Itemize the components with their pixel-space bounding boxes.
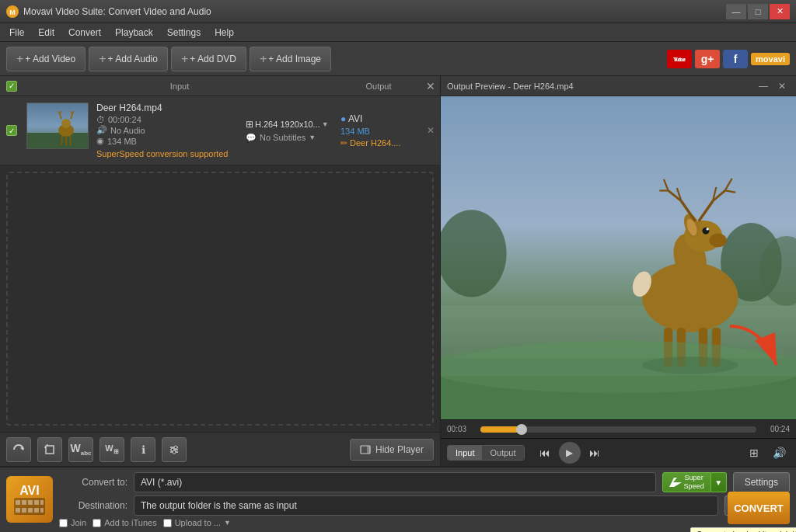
subtitle-row: 💬 No Subtitles ▼	[246, 133, 333, 143]
facebook-icon[interactable]: f	[723, 50, 748, 68]
maximize-button[interactable]: □	[748, 4, 768, 19]
add-itunes-checkbox[interactable]	[93, 519, 101, 527]
superspeed-label: SuperSpeed	[684, 474, 704, 491]
bottom-bar: AVI Convert to: Sup	[0, 466, 796, 532]
codec-info: ⊞ H.264 1920x10... ▼ 💬 No Subtitles ▼	[243, 99, 336, 162]
superspeed-dropdown-button[interactable]: ▼	[711, 472, 727, 492]
file-list-row: ✓	[0, 96, 440, 165]
svg-text:M: M	[9, 9, 16, 16]
play-button[interactable]: ▶	[559, 442, 581, 464]
preview-header-controls: — ✕	[756, 79, 790, 93]
select-all-checkbox[interactable]: ✓	[6, 81, 17, 92]
codec-dropdown-arrow[interactable]: ▼	[322, 120, 329, 128]
input-tab[interactable]: Input	[448, 446, 482, 460]
text-watermark-button[interactable]: Wabc	[68, 437, 93, 462]
preview-title: Output Preview - Deer H264.mp4	[447, 82, 574, 91]
volume-button[interactable]: 🔊	[768, 443, 790, 462]
hide-player-button[interactable]: Hide Player	[350, 439, 434, 461]
svg-rect-73	[40, 508, 44, 513]
upload-dropdown-arrow[interactable]: ▼	[224, 519, 231, 527]
file-audio: No Audio	[110, 126, 145, 135]
output-tab[interactable]: Output	[482, 446, 523, 460]
menu-convert[interactable]: Convert	[62, 26, 107, 40]
join-checkbox[interactable]	[59, 519, 68, 527]
preview-close-button[interactable]: ✕	[774, 79, 790, 93]
preview-minimize-button[interactable]: —	[756, 79, 771, 93]
watermark-icon: W⊞	[105, 443, 118, 455]
input-output-tabs: Input Output	[447, 445, 525, 461]
svg-rect-70	[22, 508, 26, 513]
plus-icon: +	[99, 52, 106, 66]
audio-icon: 🔊	[96, 125, 107, 135]
fast-forward-button[interactable]: ⏭	[584, 443, 606, 462]
upload-checkbox[interactable]	[163, 519, 172, 527]
avi-logo: AVI	[6, 476, 53, 523]
svg-line-15	[61, 136, 62, 145]
svg-point-40	[709, 234, 726, 248]
minimize-button[interactable]: —	[726, 4, 746, 19]
close-list-button[interactable]: ✕	[421, 77, 440, 96]
rotate-button[interactable]	[6, 437, 31, 462]
video-scene	[441, 96, 796, 419]
bottom-checkboxes: Join Add to iTunes Upload to ... ▼	[59, 518, 231, 527]
destination-input[interactable]	[134, 495, 718, 516]
video-canvas	[441, 96, 796, 419]
info-button[interactable]: ℹ	[131, 437, 155, 462]
menu-playback[interactable]: Playback	[109, 26, 159, 40]
add-itunes-checkbox-label[interactable]: Add to iTunes	[93, 518, 156, 527]
fullscreen-button[interactable]: ⊞	[743, 443, 765, 462]
subtitle-dropdown-arrow[interactable]: ▼	[309, 134, 316, 141]
plus-icon: +	[16, 52, 23, 66]
add-image-button[interactable]: + + Add Image	[250, 47, 331, 71]
add-dvd-button[interactable]: + + Add DVD	[171, 47, 246, 71]
menu-settings[interactable]: Settings	[161, 26, 207, 40]
rewind-button[interactable]: ⏮	[534, 443, 556, 462]
convert-to-row: Convert to: SuperSpeed ▼ Settings	[65, 472, 790, 492]
left-bottom-toolbar: Wabc W⊞ ℹ	[0, 432, 440, 466]
subtitle-icon: 💬	[246, 133, 257, 143]
file-subtitles: No Subtitles	[260, 133, 305, 142]
file-meta: ⏱ 00:00:24 🔊 No Audio ◉ 134 MB	[96, 115, 238, 146]
svg-marker-74	[669, 478, 682, 487]
convert-button[interactable]: CONVERT	[728, 492, 790, 524]
output-info-col: ● AVI 134 MB ✏ Deer H264....	[336, 99, 421, 162]
logo-button[interactable]: W⊞	[100, 437, 124, 462]
close-button[interactable]: ✕	[770, 4, 790, 19]
timeline-handle[interactable]	[516, 424, 527, 435]
add-audio-button[interactable]: + + Add Audio	[89, 47, 168, 71]
menu-file[interactable]: File	[3, 26, 30, 40]
filesize-row: ◉ 134 MB	[96, 136, 238, 146]
crop-button[interactable]	[37, 437, 62, 462]
window-title: Movavi Video Suite: Convert Video and Au…	[23, 6, 211, 17]
upload-checkbox-label[interactable]: Upload to ... ▼	[163, 518, 231, 527]
output-column-header: Output	[336, 82, 421, 91]
info-icon: ℹ	[141, 443, 145, 456]
svg-rect-19	[46, 446, 54, 454]
svg-rect-6	[27, 133, 88, 148]
file-checkbox-cell: ✓	[0, 99, 23, 162]
settings-button[interactable]: Settings	[733, 472, 790, 492]
avi-format-text: AVI	[19, 484, 39, 498]
convert-to-input[interactable]	[134, 472, 656, 492]
svg-rect-69	[16, 508, 20, 513]
svg-point-27	[173, 450, 176, 454]
preview-header: Output Preview - Deer H264.mp4 — ✕	[441, 76, 796, 96]
youtube-icon[interactable]: You Tube	[667, 50, 692, 68]
social-icons: You Tube g+ f movavi	[667, 50, 790, 68]
avi-format-icon: ●	[340, 113, 346, 124]
menu-edit[interactable]: Edit	[32, 26, 61, 40]
audio-adjust-button[interactable]	[162, 437, 187, 462]
google-plus-icon[interactable]: g+	[695, 50, 720, 68]
menu-help[interactable]: Help	[208, 26, 240, 40]
add-video-button[interactable]: + + Add Video	[6, 47, 86, 71]
timeline-bar[interactable]	[480, 426, 756, 433]
total-time: 00:24	[763, 425, 790, 433]
file-checkbox[interactable]: ✓	[6, 125, 17, 136]
svg-point-8	[61, 119, 71, 128]
superspeed-button[interactable]: SuperSpeed	[662, 472, 711, 492]
remove-file-button[interactable]: ✕	[421, 99, 440, 162]
output-size: 134 MB	[340, 127, 370, 136]
join-checkbox-label[interactable]: Join	[59, 518, 86, 527]
svg-rect-67	[34, 500, 39, 505]
svg-rect-29	[367, 446, 370, 454]
